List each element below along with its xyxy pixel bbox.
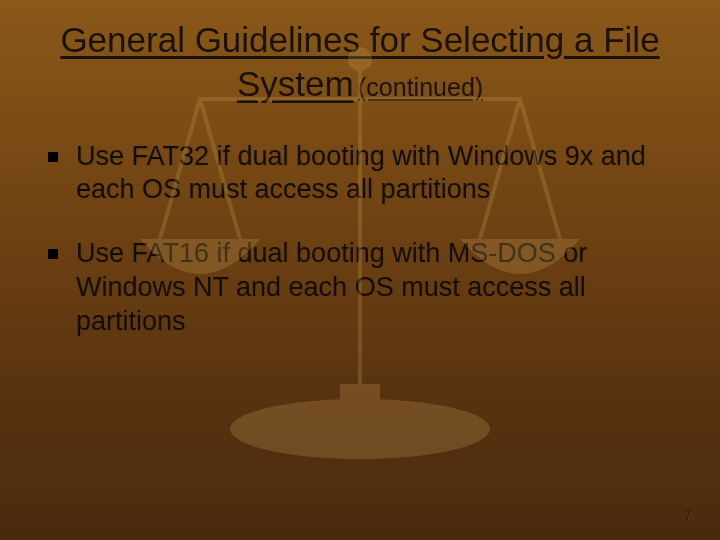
page-number: 7 [683,508,692,526]
square-bullet-icon [48,249,58,259]
slide-body: Use FAT32 if dual booting with Windows 9… [0,112,720,339]
bullet-text: Use FAT16 if dual booting with MS-DOS or… [76,237,672,338]
svg-point-7 [230,399,490,459]
square-bullet-icon [48,152,58,162]
bullet-text: Use FAT32 if dual booting with Windows 9… [76,140,672,208]
list-item: Use FAT16 if dual booting with MS-DOS or… [48,237,672,338]
slide-title: General Guidelines for Selecting a File … [0,0,720,112]
title-continued: (continued) [358,73,483,101]
svg-rect-8 [340,384,380,419]
list-item: Use FAT32 if dual booting with Windows 9… [48,140,672,208]
